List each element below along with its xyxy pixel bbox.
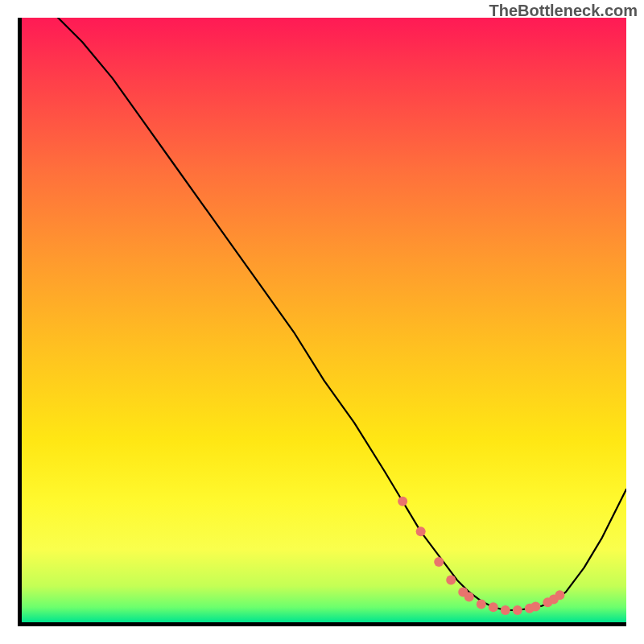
marker-dot (416, 526, 426, 536)
curve-layer (22, 18, 626, 622)
marker-dot (501, 605, 510, 615)
marker-dot (446, 575, 456, 584)
bottleneck-curve (22, 18, 626, 610)
plot-area (18, 18, 626, 626)
marker-dot (464, 592, 474, 601)
marker-dot (513, 605, 522, 615)
marker-dot (434, 557, 444, 567)
optimal-range-markers (398, 497, 564, 615)
marker-dot (477, 599, 486, 609)
attribution-text: TheBottleneck.com (489, 2, 638, 20)
marker-dot (398, 497, 407, 506)
marker-dot (489, 602, 498, 612)
marker-dot (530, 601, 540, 611)
marker-dot (555, 590, 564, 600)
chart-container: TheBottleneck.com (0, 0, 644, 644)
